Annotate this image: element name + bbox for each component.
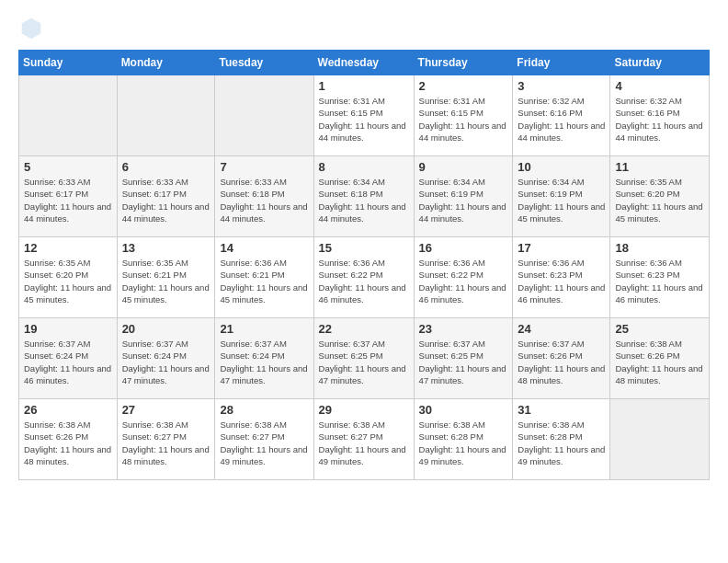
day-number: 12 <box>24 241 112 255</box>
calendar-week-5: 26Sunrise: 6:38 AM Sunset: 6:26 PM Dayli… <box>19 399 710 480</box>
day-info: Sunrise: 6:37 AM Sunset: 6:24 PM Dayligh… <box>122 338 210 386</box>
day-info: Sunrise: 6:36 AM Sunset: 6:23 PM Dayligh… <box>615 257 704 305</box>
day-info: Sunrise: 6:38 AM Sunset: 6:28 PM Dayligh… <box>419 419 508 467</box>
day-number: 9 <box>419 160 508 174</box>
day-info: Sunrise: 6:33 AM Sunset: 6:17 PM Dayligh… <box>122 176 210 224</box>
day-number: 18 <box>615 241 704 255</box>
calendar-cell: 25Sunrise: 6:38 AM Sunset: 6:26 PM Dayli… <box>610 318 710 399</box>
day-info: Sunrise: 6:35 AM Sunset: 6:21 PM Dayligh… <box>122 257 210 305</box>
day-number: 11 <box>615 160 704 174</box>
day-number: 23 <box>419 322 508 336</box>
calendar-cell: 29Sunrise: 6:38 AM Sunset: 6:27 PM Dayli… <box>313 399 414 480</box>
day-info: Sunrise: 6:37 AM Sunset: 6:24 PM Dayligh… <box>220 338 308 386</box>
day-info: Sunrise: 6:37 AM Sunset: 6:24 PM Dayligh… <box>24 338 112 386</box>
calendar-cell: 5Sunrise: 6:33 AM Sunset: 6:17 PM Daylig… <box>19 156 118 237</box>
day-number: 3 <box>518 79 605 93</box>
day-number: 19 <box>24 322 112 336</box>
day-number: 5 <box>24 160 112 174</box>
calendar-week-3: 12Sunrise: 6:35 AM Sunset: 6:20 PM Dayli… <box>19 237 710 318</box>
calendar-cell: 22Sunrise: 6:37 AM Sunset: 6:25 PM Dayli… <box>313 318 414 399</box>
day-info: Sunrise: 6:34 AM Sunset: 6:19 PM Dayligh… <box>518 176 605 224</box>
calendar-cell: 16Sunrise: 6:36 AM Sunset: 6:22 PM Dayli… <box>414 237 513 318</box>
day-info: Sunrise: 6:36 AM Sunset: 6:23 PM Dayligh… <box>518 257 605 305</box>
day-number: 13 <box>122 241 210 255</box>
day-number: 25 <box>615 322 704 336</box>
calendar-cell: 23Sunrise: 6:37 AM Sunset: 6:25 PM Dayli… <box>414 318 513 399</box>
day-number: 2 <box>419 79 508 93</box>
calendar-table: SundayMondayTuesdayWednesdayThursdayFrid… <box>18 50 710 480</box>
day-info: Sunrise: 6:38 AM Sunset: 6:28 PM Dayligh… <box>518 419 605 467</box>
day-number: 16 <box>419 241 508 255</box>
calendar-cell: 18Sunrise: 6:36 AM Sunset: 6:23 PM Dayli… <box>610 237 710 318</box>
calendar-cell: 20Sunrise: 6:37 AM Sunset: 6:24 PM Dayli… <box>117 318 215 399</box>
calendar-cell: 24Sunrise: 6:37 AM Sunset: 6:26 PM Dayli… <box>513 318 610 399</box>
day-info: Sunrise: 6:37 AM Sunset: 6:25 PM Dayligh… <box>319 338 409 386</box>
day-info: Sunrise: 6:36 AM Sunset: 6:22 PM Dayligh… <box>419 257 508 305</box>
day-number: 14 <box>220 241 308 255</box>
calendar-header-tuesday: Tuesday <box>215 51 313 75</box>
day-number: 30 <box>419 403 508 417</box>
day-number: 21 <box>220 322 308 336</box>
calendar-cell <box>117 75 215 156</box>
day-number: 28 <box>220 403 308 417</box>
day-info: Sunrise: 6:35 AM Sunset: 6:20 PM Dayligh… <box>24 257 112 305</box>
calendar-cell: 31Sunrise: 6:38 AM Sunset: 6:28 PM Dayli… <box>513 399 610 480</box>
calendar-cell: 19Sunrise: 6:37 AM Sunset: 6:24 PM Dayli… <box>19 318 118 399</box>
calendar-cell: 12Sunrise: 6:35 AM Sunset: 6:20 PM Dayli… <box>19 237 118 318</box>
day-info: Sunrise: 6:32 AM Sunset: 6:16 PM Dayligh… <box>518 95 605 144</box>
day-info: Sunrise: 6:36 AM Sunset: 6:22 PM Dayligh… <box>319 257 409 305</box>
day-info: Sunrise: 6:37 AM Sunset: 6:25 PM Dayligh… <box>419 338 508 386</box>
day-number: 29 <box>319 403 409 417</box>
page: SundayMondayTuesdayWednesdayThursdayFrid… <box>0 0 728 563</box>
calendar-header-wednesday: Wednesday <box>313 51 414 75</box>
day-info: Sunrise: 6:33 AM Sunset: 6:18 PM Dayligh… <box>220 176 308 224</box>
calendar-cell: 13Sunrise: 6:35 AM Sunset: 6:21 PM Dayli… <box>117 237 215 318</box>
day-number: 7 <box>220 160 308 174</box>
day-info: Sunrise: 6:33 AM Sunset: 6:17 PM Dayligh… <box>24 176 112 224</box>
day-info: Sunrise: 6:38 AM Sunset: 6:27 PM Dayligh… <box>220 419 308 467</box>
day-number: 6 <box>122 160 210 174</box>
day-info: Sunrise: 6:38 AM Sunset: 6:27 PM Dayligh… <box>122 419 210 467</box>
day-info: Sunrise: 6:37 AM Sunset: 6:26 PM Dayligh… <box>518 338 605 386</box>
calendar-cell: 15Sunrise: 6:36 AM Sunset: 6:22 PM Dayli… <box>313 237 414 318</box>
calendar-cell: 10Sunrise: 6:34 AM Sunset: 6:19 PM Dayli… <box>513 156 610 237</box>
day-number: 22 <box>319 322 409 336</box>
calendar-week-2: 5Sunrise: 6:33 AM Sunset: 6:17 PM Daylig… <box>19 156 710 237</box>
calendar-cell: 2Sunrise: 6:31 AM Sunset: 6:15 PM Daylig… <box>414 75 513 156</box>
calendar-cell: 21Sunrise: 6:37 AM Sunset: 6:24 PM Dayli… <box>215 318 313 399</box>
svg-marker-0 <box>22 18 41 39</box>
calendar-cell: 7Sunrise: 6:33 AM Sunset: 6:18 PM Daylig… <box>215 156 313 237</box>
calendar-cell: 3Sunrise: 6:32 AM Sunset: 6:16 PM Daylig… <box>513 75 610 156</box>
header <box>18 15 710 40</box>
day-info: Sunrise: 6:36 AM Sunset: 6:21 PM Dayligh… <box>220 257 308 305</box>
calendar-cell: 30Sunrise: 6:38 AM Sunset: 6:28 PM Dayli… <box>414 399 513 480</box>
logo-icon <box>18 15 44 40</box>
calendar-header-friday: Friday <box>513 51 610 75</box>
calendar-week-1: 1Sunrise: 6:31 AM Sunset: 6:15 PM Daylig… <box>19 75 710 156</box>
calendar-cell: 26Sunrise: 6:38 AM Sunset: 6:26 PM Dayli… <box>19 399 118 480</box>
calendar-cell: 28Sunrise: 6:38 AM Sunset: 6:27 PM Dayli… <box>215 399 313 480</box>
calendar-cell <box>610 399 710 480</box>
day-number: 4 <box>615 79 704 93</box>
calendar-cell: 11Sunrise: 6:35 AM Sunset: 6:20 PM Dayli… <box>610 156 710 237</box>
day-info: Sunrise: 6:38 AM Sunset: 6:26 PM Dayligh… <box>24 419 112 467</box>
calendar-cell: 1Sunrise: 6:31 AM Sunset: 6:15 PM Daylig… <box>313 75 414 156</box>
day-number: 10 <box>518 160 605 174</box>
calendar-cell <box>19 75 118 156</box>
calendar-header-monday: Monday <box>117 51 215 75</box>
calendar-cell: 6Sunrise: 6:33 AM Sunset: 6:17 PM Daylig… <box>117 156 215 237</box>
calendar-cell: 4Sunrise: 6:32 AM Sunset: 6:16 PM Daylig… <box>610 75 710 156</box>
day-info: Sunrise: 6:31 AM Sunset: 6:15 PM Dayligh… <box>419 95 508 144</box>
calendar-cell: 14Sunrise: 6:36 AM Sunset: 6:21 PM Dayli… <box>215 237 313 318</box>
calendar-cell: 17Sunrise: 6:36 AM Sunset: 6:23 PM Dayli… <box>513 237 610 318</box>
day-info: Sunrise: 6:35 AM Sunset: 6:20 PM Dayligh… <box>615 176 704 224</box>
calendar-header-sunday: Sunday <box>19 51 118 75</box>
day-number: 1 <box>319 79 409 93</box>
day-info: Sunrise: 6:31 AM Sunset: 6:15 PM Dayligh… <box>319 95 409 144</box>
calendar-header-thursday: Thursday <box>414 51 513 75</box>
day-info: Sunrise: 6:34 AM Sunset: 6:18 PM Dayligh… <box>319 176 409 224</box>
calendar-cell: 9Sunrise: 6:34 AM Sunset: 6:19 PM Daylig… <box>414 156 513 237</box>
day-info: Sunrise: 6:32 AM Sunset: 6:16 PM Dayligh… <box>615 95 704 144</box>
calendar-header-saturday: Saturday <box>610 51 710 75</box>
logo <box>18 15 48 40</box>
